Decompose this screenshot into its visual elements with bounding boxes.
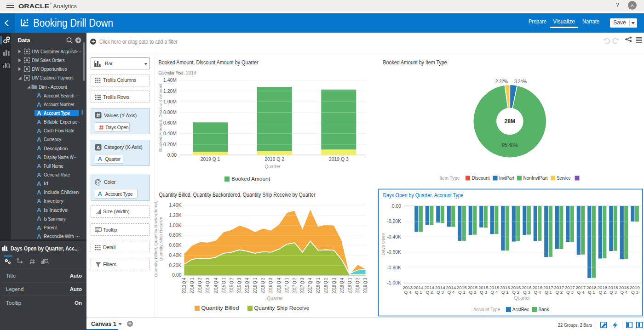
svg-text:2019 Q 2: 2019 Q 2 <box>264 157 284 162</box>
svg-text:Item Type: Item Type <box>439 175 460 181</box>
svg-text:2015 Q 1: 2015 Q 1 <box>221 278 226 293</box>
svg-text:95.48%: 95.48% <box>502 142 518 148</box>
svg-text:2015 Q 3: 2015 Q 3 <box>237 278 242 293</box>
svg-text:-0.20K: -0.20K <box>387 219 401 224</box>
svg-text:28M: 28M <box>504 118 515 125</box>
svg-text:2014 Q 2: 2014 Q 2 <box>197 278 202 293</box>
svg-text:2014 Q 4: 2014 Q 4 <box>213 278 218 293</box>
svg-text:Quarter: Quarter <box>264 164 281 169</box>
svg-text:2019 Q 1: 2019 Q 1 <box>347 278 352 293</box>
svg-text:Service: Service <box>557 175 571 181</box>
svg-text:Q 2: Q 2 <box>469 290 476 295</box>
svg-text:Q 4: Q 4 <box>534 290 541 295</box>
svg-text:Discount: Discount <box>472 175 490 181</box>
svg-text:Days Open by Quarter, Account: Days Open by Quarter, Account Type <box>383 192 464 199</box>
svg-text:Q 2: Q 2 <box>555 290 563 295</box>
svg-text:0.20K: 0.20K <box>169 263 181 268</box>
svg-text:Q 2: Q 2 <box>598 290 606 295</box>
svg-text:Booked Amount: Booked Amount <box>231 176 270 182</box>
svg-text:Quantity Billed: Quantity Billed <box>201 305 239 311</box>
svg-text:Q 3: Q 3 <box>631 290 638 295</box>
svg-text:2019: 2019 <box>186 70 196 75</box>
svg-text:2.22%: 2.22% <box>495 78 508 85</box>
svg-text:0.60K: 0.60K <box>169 243 181 248</box>
svg-text:0.00: 0.00 <box>392 204 401 209</box>
svg-text:2019 Q 3: 2019 Q 3 <box>363 278 368 293</box>
svg-text:Quantity Ship Receive: Quantity Ship Receive <box>254 305 310 311</box>
svg-text:2016 Q 4: 2016 Q 4 <box>276 278 282 293</box>
svg-text:0.40K: 0.40K <box>169 253 181 258</box>
svg-text:2016 Q 2: 2016 Q 2 <box>260 278 265 293</box>
svg-text:-0.60K: -0.60K <box>387 250 401 255</box>
svg-text:Q 1: Q 1 <box>458 290 466 295</box>
svg-text:1.40K: 1.40K <box>169 203 181 208</box>
svg-text:Q 3: Q 3 <box>523 290 530 295</box>
svg-text:0.80M: 0.80M <box>163 110 177 115</box>
svg-text:2019 Q 1: 2019 Q 1 <box>201 157 220 162</box>
svg-text:Q 2: Q 2 <box>426 290 433 295</box>
svg-text:Quarter: Quarter <box>267 296 283 301</box>
svg-text:Q 4: Q 4 <box>404 290 411 295</box>
svg-text:2015 Q 2: 2015 Q 2 <box>229 278 234 293</box>
svg-text:2015 Q 4: 2015 Q 4 <box>245 278 250 293</box>
svg-text:22 Groups, 2 Bars: 22 Groups, 2 Bars <box>558 322 592 328</box>
svg-text:0.00: 0.00 <box>167 153 177 158</box>
svg-text:2013 Q 4: 2013 Q 4 <box>182 278 187 293</box>
svg-text:2018 Q 2: 2018 Q 2 <box>323 278 328 293</box>
svg-text:2017 Q 3: 2017 Q 3 <box>300 278 305 293</box>
svg-text:InvtPart: InvtPart <box>499 175 515 181</box>
svg-text:2019 Q 2: 2019 Q 2 <box>355 278 360 293</box>
svg-text:Booked Amount by Item Type: Booked Amount by Item Type <box>383 59 447 66</box>
svg-text:2017 Q 2: 2017 Q 2 <box>292 278 297 293</box>
svg-text:Quantity Ship Receive: Quantity Ship Receive <box>158 216 163 261</box>
svg-text:2018 Q 4: 2018 Q 4 <box>339 278 345 293</box>
svg-text:2014 Q 1: 2014 Q 1 <box>190 278 195 293</box>
svg-text:-0.40K: -0.40K <box>387 234 401 239</box>
svg-text:Account Type: Account Type <box>473 307 500 312</box>
svg-text:Q 4: Q 4 <box>447 290 454 295</box>
svg-text:Q 4: Q 4 <box>490 290 498 295</box>
svg-text:Q 3: Q 3 <box>480 290 487 295</box>
svg-text:NonInvtPart: NonInvtPart <box>523 175 548 181</box>
svg-text:Q 4: Q 4 <box>620 290 627 295</box>
svg-text:2017 Q 4: 2017 Q 4 <box>308 278 313 293</box>
svg-text:2017 Q 1: 2017 Q 1 <box>284 278 289 293</box>
svg-text:0.80K: 0.80K <box>169 233 181 238</box>
svg-text:Q 4: Q 4 <box>577 290 584 295</box>
svg-text:AcctRec: AcctRec <box>512 307 529 312</box>
svg-text:Q 3: Q 3 <box>610 290 617 295</box>
svg-text:-1.00K: -1.00K <box>387 280 401 285</box>
svg-text:1.20M: 1.20M <box>163 89 177 94</box>
svg-text:1.00K: 1.00K <box>169 223 181 228</box>
svg-text:Quarter: Quarter <box>514 296 530 301</box>
svg-text:0.20M: 0.20M <box>163 142 177 147</box>
svg-text:0.60M: 0.60M <box>163 120 177 125</box>
svg-text:1.40M: 1.40M <box>163 78 177 83</box>
svg-text:3.24%: 3.24% <box>514 78 527 85</box>
svg-text:2014 Q 3: 2014 Q 3 <box>205 278 210 293</box>
svg-text:Booked Amount, Discount Amount: Booked Amount, Discount Amount by Quarte… <box>159 59 259 66</box>
svg-text:Q 1: Q 1 <box>588 290 595 295</box>
svg-text:0.40M: 0.40M <box>163 131 177 136</box>
svg-text:Q 2: Q 2 <box>512 290 519 295</box>
svg-text:Q 3: Q 3 <box>566 290 574 295</box>
svg-text:Q 1: Q 1 <box>415 290 422 295</box>
svg-text:2018 Q 3: 2018 Q 3 <box>332 278 337 293</box>
svg-text:2016 Q 3: 2016 Q 3 <box>268 278 273 293</box>
svg-text:2016 Q 1: 2016 Q 1 <box>253 278 258 293</box>
svg-text:Q 1: Q 1 <box>501 290 509 295</box>
svg-text:Quantity Billed, Quantity Back: Quantity Billed, Quantity Backordered, <box>153 201 158 277</box>
svg-text:2018 Q 1: 2018 Q 1 <box>316 278 321 293</box>
svg-text:Q 3: Q 3 <box>437 290 444 295</box>
svg-text:-0.80K: -0.80K <box>387 265 401 270</box>
svg-text:1.20K: 1.20K <box>169 213 181 218</box>
svg-text:Q 1: Q 1 <box>545 290 552 295</box>
svg-text:1.00M: 1.00M <box>163 99 177 104</box>
svg-text:Calendar Year:: Calendar Year: <box>159 70 185 75</box>
svg-text:0.00: 0.00 <box>172 273 181 278</box>
svg-text:Booked Amount, Discount Amount: Booked Amount, Discount Amount <box>158 83 163 152</box>
svg-text:Quantity Billed, Quantity Back: Quantity Billed, Quantity Backordered, Q… <box>159 191 316 198</box>
svg-text:2019 Q 3: 2019 Q 3 <box>329 157 349 162</box>
svg-text:Bank: Bank <box>539 307 549 312</box>
svg-text:Days Open: Days Open <box>380 233 385 255</box>
